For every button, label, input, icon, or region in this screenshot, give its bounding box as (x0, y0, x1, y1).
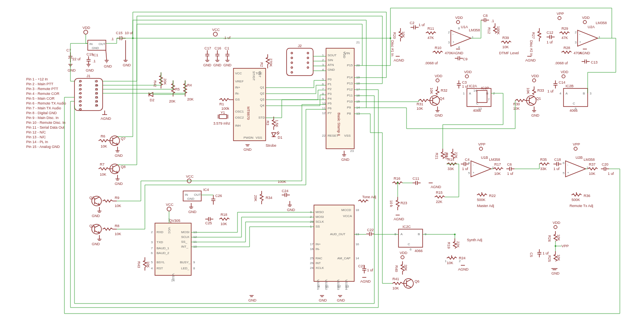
svg-text:1 uf: 1 uf (547, 40, 553, 44)
svg-text:IC1: IC1 (93, 53, 98, 57)
svg-text:Pin 8 - Digital GND: Pin 8 - Digital GND (26, 111, 57, 115)
svg-text:VDD: VDD (582, 16, 590, 20)
svg-text:4: 4 (458, 45, 460, 49)
svg-text:9: 9 (322, 97, 324, 100)
svg-text:P14: P14 (347, 76, 353, 79)
cap-c14: C14 1 uf VDD (547, 70, 569, 93)
svg-text:U1B: U1B (481, 156, 488, 160)
svg-text:C13: C13 (591, 60, 598, 64)
svg-text:VDD: VDD (435, 74, 443, 78)
synth-adj: R19 22K Synth Adj R24 10K 12 AGND (445, 238, 482, 271)
svg-text:C25: C25 (205, 221, 212, 225)
svg-text:7: 7 (322, 87, 324, 91)
svg-text:R9: R9 (115, 196, 120, 200)
svg-text:2: 2 (151, 230, 153, 234)
svg-text:100K: 100K (278, 180, 286, 184)
svg-text:R4: R4 (187, 83, 192, 87)
svg-text:Remote Tx Adj: Remote Tx Adj (570, 204, 593, 208)
svg-text:GS: GS (235, 98, 240, 101)
svg-text:GND: GND (248, 298, 257, 302)
svg-text:INT: INT (316, 261, 321, 265)
svg-text:IN: IN (89, 42, 93, 46)
svg-text:Synth Adj: Synth Adj (467, 238, 482, 242)
svg-rect-120 (219, 115, 227, 119)
svg-text:C: C (408, 242, 410, 246)
svg-point-466 (554, 226, 557, 229)
resistor-r42: R42 20K (153, 72, 167, 88)
svg-text:Pin 10 - Remote Disc. In: Pin 10 - Remote Disc. In (26, 121, 66, 125)
svg-text:R36: R36 (584, 194, 590, 198)
svg-text:33K: 33K (540, 167, 547, 171)
svg-text:5: 5 (468, 171, 470, 175)
svg-text:10K: 10K (494, 172, 501, 176)
svg-text:C8: C8 (483, 14, 488, 18)
svg-text:12: 12 (322, 111, 326, 115)
svg-text:10K: 10K (101, 144, 107, 148)
svg-text:4: 4 (318, 285, 320, 288)
svg-text:10K: 10K (557, 234, 561, 241)
svg-point-323 (465, 75, 469, 78)
svg-text:P0: P0 (328, 78, 332, 81)
svg-point-37 (80, 92, 81, 94)
cap-c7: C7 22 uf GND (66, 48, 81, 72)
svg-text:1: 1 (463, 92, 465, 95)
svg-text:C12: C12 (547, 31, 553, 35)
svg-text:GND: GND (435, 113, 443, 117)
svg-point-35 (80, 88, 81, 90)
svg-text:R16: R16 (394, 176, 400, 180)
svg-text:GND: GND (328, 68, 335, 72)
svg-rect-287 (398, 229, 423, 247)
vcc-qv305: VCC (166, 203, 174, 211)
svg-text:GND: GND (287, 208, 295, 212)
svg-text:Pin 14 - PL In: Pin 14 - PL In (26, 140, 48, 144)
svg-text:GND: GND (223, 63, 232, 67)
svg-text:+: + (567, 171, 569, 174)
svg-text:C4: C4 (465, 158, 470, 162)
svg-point-478 (397, 182, 398, 184)
svg-text:RAC: RAC (316, 256, 322, 260)
tone-adj: Tone Adj (358, 195, 376, 202)
svg-text:25: 25 (310, 256, 314, 260)
svg-text:R34: R34 (266, 196, 272, 200)
svg-text:10 uf: 10 uf (125, 31, 133, 35)
svg-text:IC2C: IC2C (402, 225, 411, 229)
svg-text:5: 5 (575, 107, 577, 111)
svg-text:RXD: RXD (157, 230, 163, 234)
svg-text:R12: R12 (487, 27, 491, 34)
svg-text:GND: GND (86, 68, 94, 72)
svg-text:BUSY_: BUSY_ (180, 260, 191, 264)
svg-text:VSS: VSS (344, 134, 351, 137)
connector-j2: J2 (287, 44, 313, 76)
svg-text:14: 14 (473, 89, 477, 92)
svg-text:R1: R1 (219, 102, 224, 106)
svg-text:U1A: U1A (461, 25, 468, 29)
svg-text:10K: 10K (392, 286, 399, 290)
svg-text:7: 7 (151, 246, 153, 250)
svg-point-140 (291, 67, 293, 68)
svg-rect-351 (564, 88, 588, 107)
svg-text:Q1: Q1 (536, 96, 541, 100)
svg-text:22K: 22K (456, 241, 460, 248)
svg-point-319 (436, 79, 439, 82)
svg-text:R17: R17 (494, 162, 501, 166)
svg-text:C18: C18 (554, 158, 561, 162)
regulator-ic4: IN OUT GND IC4 VCC GND C26 (183, 174, 222, 214)
svg-text:4: 4 (559, 92, 561, 95)
svg-text:Q4: Q4 (260, 104, 264, 107)
resistor-r2: R2 270K (260, 54, 273, 68)
transistor-q8: Q8 R7 10K GND (99, 162, 126, 186)
svg-text:VDD: VDD (561, 70, 569, 74)
svg-text:12: 12 (337, 285, 341, 288)
svg-text:DTMF Level: DTMF Level (499, 51, 519, 55)
transistor-q3: Q3 R8 10K GND (89, 224, 121, 246)
svg-text:GND: GND (188, 210, 197, 214)
svg-text:-: - (579, 32, 580, 36)
svg-text:100K: 100K (496, 26, 500, 35)
svg-point-445 (574, 147, 577, 150)
svg-text:10K: 10K (401, 31, 405, 38)
svg-text:26: 26 (310, 261, 314, 265)
svg-text:10K: 10K (526, 88, 530, 94)
svg-text:4: 4 (322, 68, 324, 72)
svg-text:MOSI: MOSI (316, 215, 324, 219)
svg-text:.0068 uf: .0068 uf (555, 61, 568, 65)
